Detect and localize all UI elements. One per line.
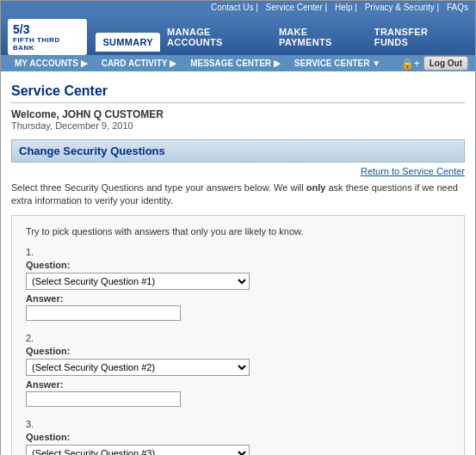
nav-manage-accounts[interactable]: MANAGE ACCOUNTS [160,22,272,52]
question-group-1: 1. Question: (Select Security Question #… [26,247,450,321]
page-title: Service Center [11,78,465,103]
subnav-card-activity[interactable]: CARD ACTIVITY ▶ [95,55,183,71]
header: 5/3 FIFTH THIRD BANK SUMMARY MANAGE ACCO… [1,14,475,55]
question-label-2: Question: [26,346,450,356]
return-to-service-center-link[interactable]: Return to Service Center [11,166,465,176]
lock-icon: 🔒+ [401,58,420,70]
logout-button[interactable]: Log Out [423,56,468,71]
privacy-security-link[interactable]: Privacy & Security [365,3,435,12]
subnav-my-accounts[interactable]: MY ACCOUNTS ▶ [8,55,95,71]
service-center-link[interactable]: Service Center [266,3,323,12]
utility-nav: Contact Us | Service Center | Help | Pri… [1,1,475,14]
intro-line1: Select three Security Questions and type… [11,182,304,193]
nav-transfer-funds[interactable]: TRANSFER FUNDS [368,22,468,52]
subnav-message-center[interactable]: MESSAGE CENTER ▶ [183,55,287,71]
answer-label-1: Answer: [26,293,450,304]
faqs-link[interactable]: FAQs [447,3,468,12]
question-group-3: 3. Question: (Select Security Question #… [26,419,450,455]
question-number-3: 3. [26,419,450,429]
sub-nav-right: 🔒+ Log Out [401,56,468,71]
intro-bold: only [306,182,326,193]
question-label-3: Question: [26,432,450,442]
answer-label-2: Answer: [26,379,450,390]
date-text: Thursday, December 9, 2010 [11,120,465,131]
hint-text: Try to pick questions with answers that … [26,226,450,237]
logo-fraction: 5/3 [13,22,82,36]
question-group-2: 2. Question: (Select Security Question #… [26,333,450,407]
section-header: Change Security Questions [11,139,465,163]
help-link[interactable]: Help [335,3,353,12]
welcome-text: Welcome, JOHN Q CUSTOMER [11,108,465,120]
question-label-1: Question: [26,260,450,270]
question-number-1: 1. [26,247,450,257]
main-nav: SUMMARY MANAGE ACCOUNTS MAKE PAYMENTS TR… [96,22,468,52]
nav-summary[interactable]: SUMMARY [96,33,160,52]
nav-make-payments[interactable]: MAKE PAYMENTS [272,22,368,52]
question-select-3[interactable]: (Select Security Question #3) [26,445,250,455]
subnav-service-center[interactable]: SERVICE CENTER ▼ [287,55,387,71]
page-content: Service Center Welcome, JOHN Q CUSTOMER … [1,71,475,455]
question-number-2: 2. [26,333,450,343]
sub-nav: MY ACCOUNTS ▶ CARD ACTIVITY ▶ MESSAGE CE… [1,55,475,71]
contact-us-link[interactable]: Contact Us [211,3,253,12]
logo: 5/3 FIFTH THIRD BANK [8,19,87,55]
answer-input-1[interactable] [26,305,181,321]
intro-text: Select three Security Questions and type… [11,181,465,208]
answer-input-2[interactable] [26,391,181,407]
browser-frame: Contact Us | Service Center | Help | Pri… [0,0,476,455]
question-select-2[interactable]: (Select Security Question #2) [26,359,250,376]
logo-name: FIFTH THIRD BANK [13,36,82,52]
form-container: Try to pick questions with answers that … [11,215,465,455]
question-select-1[interactable]: (Select Security Question #1) [26,273,250,290]
